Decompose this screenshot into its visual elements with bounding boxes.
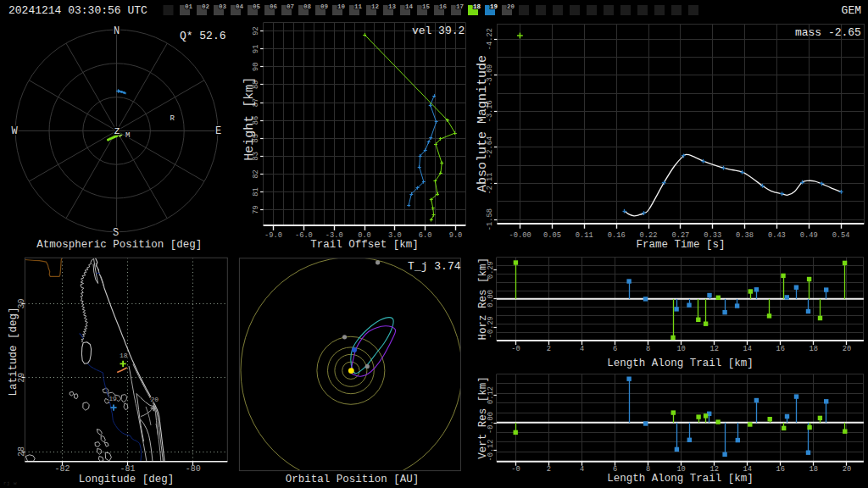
svg-text:Latitude [deg]: Latitude [deg] — [8, 307, 19, 396]
svg-text:-0: -0 — [511, 465, 520, 474]
svg-text:T_j 3.74: T_j 3.74 — [408, 260, 461, 273]
svg-text:9.0: 9.0 — [449, 231, 463, 240]
svg-text:Q* 52.6: Q* 52.6 — [180, 30, 226, 42]
svg-text:18: 18 — [473, 3, 481, 10]
svg-text:M: M — [125, 131, 130, 140]
svg-text:79: 79 — [252, 205, 260, 214]
svg-text:11: 11 — [354, 3, 363, 10]
svg-text:16: 16 — [776, 465, 785, 474]
svg-text:rj w: rj w — [3, 480, 17, 486]
svg-text:8: 8 — [646, 465, 650, 474]
svg-text:12: 12 — [709, 345, 718, 353]
svg-text:-82: -82 — [54, 464, 70, 474]
svg-text:0.22: 0.22 — [640, 231, 658, 240]
svg-text:92: 92 — [252, 26, 260, 35]
svg-text:Trail Offset [km]: Trail Offset [km] — [310, 239, 419, 251]
svg-text:20241214 03:30:56 UTC: 20241214 03:30:56 UTC — [8, 4, 147, 17]
svg-text:20: 20 — [843, 465, 851, 474]
svg-text:0.33: 0.33 — [704, 231, 721, 240]
svg-text:R: R — [170, 114, 175, 123]
svg-text:02: 02 — [202, 3, 210, 10]
svg-text:14: 14 — [405, 3, 414, 10]
svg-text:01: 01 — [185, 3, 193, 10]
svg-text:10: 10 — [676, 465, 685, 474]
svg-text:4: 4 — [580, 465, 584, 474]
svg-text:0.49: 0.49 — [800, 231, 818, 240]
svg-text:Vert Res [km]: Vert Res [km] — [477, 376, 489, 459]
svg-text:Atmospheric Position [deg]: Atmospheric Position [deg] — [36, 239, 202, 251]
svg-text:0.11: 0.11 — [576, 231, 593, 240]
svg-text:81: 81 — [252, 187, 260, 196]
svg-text:19: 19 — [108, 395, 117, 402]
svg-text:2: 2 — [547, 465, 551, 474]
svg-text:14: 14 — [743, 345, 752, 353]
svg-text:16: 16 — [439, 3, 448, 10]
svg-text:12: 12 — [709, 465, 718, 474]
svg-text:-3.0: -3.0 — [326, 231, 343, 240]
svg-text:13: 13 — [388, 3, 397, 10]
svg-text:06: 06 — [270, 3, 278, 10]
svg-text:12: 12 — [371, 3, 380, 10]
svg-text:07: 07 — [287, 3, 294, 10]
svg-text:0.54: 0.54 — [832, 231, 850, 240]
svg-text:GEM: GEM — [842, 4, 861, 17]
svg-text:Longitude [deg]: Longitude [deg] — [79, 474, 175, 485]
svg-text:Orbital Position [AU]: Orbital Position [AU] — [286, 474, 420, 485]
svg-text:6: 6 — [613, 465, 617, 474]
svg-text:8: 8 — [646, 345, 650, 353]
svg-text:91: 91 — [252, 44, 260, 53]
svg-text:0.0: 0.0 — [358, 231, 371, 240]
svg-text:0.16: 0.16 — [608, 231, 626, 240]
svg-text:Length Along Trail [km]: Length Along Trail [km] — [607, 473, 754, 485]
svg-text:-6.0: -6.0 — [295, 231, 313, 240]
svg-text:mass -2.65: mass -2.65 — [795, 26, 861, 39]
svg-text:Horz Res [km]: Horz Res [km] — [477, 258, 489, 341]
svg-text:17: 17 — [456, 3, 464, 10]
svg-text:-0.00: -0.00 — [509, 231, 531, 240]
svg-text:3.0: 3.0 — [388, 231, 402, 240]
svg-text:10: 10 — [337, 3, 346, 10]
svg-text:20: 20 — [507, 3, 515, 10]
svg-text:6.0: 6.0 — [419, 231, 432, 240]
svg-text:0.38: 0.38 — [736, 231, 754, 240]
svg-text:Frame Time [s]: Frame Time [s] — [636, 239, 725, 251]
svg-text:18: 18 — [810, 465, 818, 474]
svg-text:W: W — [12, 125, 19, 137]
svg-text:-9.0: -9.0 — [264, 231, 282, 240]
svg-text:Height [km]: Height [km] — [242, 77, 257, 161]
svg-text:4: 4 — [580, 345, 584, 353]
svg-text:28: 28 — [17, 446, 26, 457]
svg-text:-1.58: -1.58 — [486, 208, 494, 230]
svg-text:20: 20 — [843, 345, 851, 353]
svg-text:05: 05 — [253, 3, 261, 10]
svg-text:-81: -81 — [120, 464, 136, 474]
svg-text:S: S — [113, 227, 119, 239]
svg-text:-0: -0 — [511, 345, 520, 353]
svg-text:04: 04 — [236, 3, 244, 10]
svg-text:03: 03 — [219, 3, 227, 10]
svg-text:82: 82 — [252, 169, 260, 178]
svg-text:vel 39.2: vel 39.2 — [412, 25, 465, 37]
svg-text:18: 18 — [810, 345, 818, 353]
svg-text:20: 20 — [150, 396, 159, 403]
svg-text:90: 90 — [252, 63, 260, 71]
svg-text:14: 14 — [743, 465, 752, 474]
svg-text:16: 16 — [776, 345, 785, 353]
svg-text:Length Along Trail [km]: Length Along Trail [km] — [607, 358, 754, 369]
svg-text:Absolute Magnitude: Absolute Magnitude — [476, 55, 490, 192]
svg-text:-4.22: -4.22 — [486, 28, 494, 50]
svg-text:15: 15 — [422, 3, 431, 10]
svg-text:E: E — [215, 125, 221, 137]
svg-text:2: 2 — [547, 345, 551, 353]
svg-text:6: 6 — [613, 345, 617, 353]
svg-text:0.05: 0.05 — [543, 231, 561, 240]
svg-text:N: N — [114, 25, 120, 37]
svg-text:19: 19 — [490, 3, 498, 10]
svg-text:18: 18 — [120, 352, 128, 359]
svg-text:-80: -80 — [186, 464, 201, 474]
svg-text:0.43: 0.43 — [768, 231, 786, 240]
svg-text:Z: Z — [114, 126, 120, 136]
svg-text:10: 10 — [676, 345, 685, 353]
svg-text:08: 08 — [303, 3, 312, 10]
svg-text:09: 09 — [320, 3, 329, 10]
